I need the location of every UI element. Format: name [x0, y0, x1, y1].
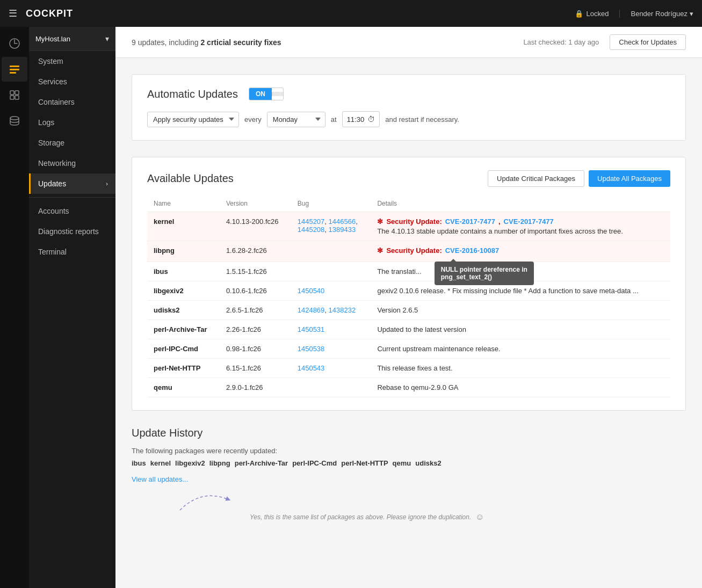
- history-pkg: libpng: [209, 459, 230, 467]
- pkg-version: 4.10.13-200.fc26: [220, 212, 291, 241]
- bug-link[interactable]: 1450538: [298, 345, 325, 353]
- sidebar-item-services[interactable]: Services: [29, 71, 115, 92]
- toggle-on-button[interactable]: ON: [249, 88, 272, 100]
- sidebar-item-terminal[interactable]: Terminal: [29, 242, 115, 262]
- history-packages: ibus kernel libgexiv2 libpng perl-Archiv…: [132, 459, 686, 467]
- toggle-off-button[interactable]: [272, 92, 283, 96]
- bug-link[interactable]: 1438232: [329, 306, 356, 314]
- sidebar-items-col: MyHost.lan ▾ System Services Containers …: [29, 27, 115, 588]
- available-updates-card: Available Updates Update Critical Packag…: [132, 157, 686, 411]
- sidebar-item-storage[interactable]: Storage: [29, 133, 115, 153]
- svg-rect-4: [10, 91, 14, 95]
- sidebar-item-updates[interactable]: Updates ›: [29, 173, 115, 194]
- sidebar-nav: System Services Containers Logs Storage: [29, 51, 115, 262]
- sidebar-chevron-icon: ›: [106, 180, 108, 187]
- pkg-bugs: 1424869, 1438232: [291, 301, 371, 320]
- updates-banner: 9 updates, including 2 crticial security…: [115, 27, 702, 58]
- bug-link[interactable]: 1445208: [298, 226, 325, 234]
- table-row: perl-Net-HTTP 6.15-1.fc26 1450543 This r…: [147, 359, 670, 378]
- app-title: COCKPIT: [26, 8, 73, 19]
- pkg-details: gexiv2 0.10.6 release. * Fix missing inc…: [371, 281, 670, 301]
- update-history-section: Update History The following packages we…: [132, 427, 686, 522]
- duplication-note-area: Yes, this is the same list of packages a…: [132, 494, 686, 522]
- auto-updates-config: Apply security updates Apply all updates…: [147, 111, 670, 127]
- bug-link[interactable]: 1389433: [329, 226, 356, 234]
- pkg-bugs: [291, 378, 371, 397]
- main-layout: MyHost.lan ▾ System Services Containers …: [0, 27, 702, 588]
- day-select[interactable]: Monday Tuesday Wednesday Thursday Friday…: [267, 112, 325, 127]
- pkg-details: The translati...: [371, 262, 670, 281]
- pkg-version: 1.5.15-1.fc26: [220, 262, 291, 281]
- svg-rect-7: [15, 96, 19, 99]
- at-label: at: [331, 115, 337, 124]
- sidebar-icon-containers[interactable]: [2, 83, 27, 107]
- update-all-button[interactable]: Update All Packages: [589, 170, 670, 187]
- pkg-bugs: [291, 241, 371, 262]
- automatic-updates-card: Automatic Updates ON Apply security upda…: [132, 74, 686, 141]
- check-updates-button[interactable]: Check for Updates: [610, 34, 686, 50]
- col-version: Version: [220, 195, 291, 212]
- cve-link[interactable]: CVE-2016-10087: [445, 246, 499, 255]
- history-title: Update History: [132, 427, 686, 439]
- history-pkg: kernel: [150, 459, 171, 467]
- sidebar-with-icons: MyHost.lan ▾ System Services Containers …: [0, 27, 115, 588]
- sidebar-icon-dashboard[interactable]: [2, 31, 27, 56]
- user-menu[interactable]: Bender Rodríguez ▾: [631, 10, 693, 18]
- available-updates-title: Available Updates: [147, 172, 234, 185]
- cve-link[interactable]: CVE-2017-7477: [504, 217, 554, 226]
- history-pkg: qemu: [393, 459, 411, 467]
- sidebar-item-accounts[interactable]: Accounts: [29, 201, 115, 221]
- sidebar-item-system[interactable]: System: [29, 51, 115, 71]
- update-critical-button[interactable]: Update Critical Packages: [488, 170, 584, 187]
- sidebar-item-containers[interactable]: Containers: [29, 92, 115, 112]
- table-row: perl-Archive-Tar 2.26-1.fc26 1450531 Upd…: [147, 320, 670, 339]
- duplication-note-text: Yes, this is the same list of packages a…: [250, 513, 471, 521]
- sidebar-item-networking[interactable]: Networking: [29, 153, 115, 173]
- banner-bold-text: 2 crticial security fixes: [200, 38, 281, 47]
- bug-link[interactable]: 1446566: [329, 217, 356, 226]
- table-row: libpng 1.6.28-2.fc26 ✻ Security Update: …: [147, 241, 670, 262]
- pkg-details: Updated to the latest version: [371, 320, 670, 339]
- time-field: 11:30 ⏱: [342, 111, 380, 127]
- svg-rect-1: [10, 66, 19, 67]
- sidebar-icon-updates[interactable]: [2, 57, 27, 82]
- pkg-version: 2.9.0-1.fc26: [220, 378, 291, 397]
- sidebar-icons-col: [0, 27, 29, 588]
- table-row: libgexiv2 0.10.6-1.fc26 1450540 gexiv2 0…: [147, 281, 670, 301]
- pkg-bugs: 1445207, 1446566, 1445208, 1389433: [291, 212, 371, 241]
- cve-link[interactable]: CVE-2017-7477: [445, 217, 495, 226]
- user-chevron-icon: ▾: [690, 10, 693, 18]
- security-label: ✻ Security Update: CVE-2017-7477,CVE-201…: [377, 217, 664, 226]
- sidebar-icon-storage[interactable]: [2, 108, 27, 133]
- security-icon: ✻: [377, 246, 383, 255]
- pkg-version: 0.98-1.fc26: [220, 339, 291, 359]
- bug-link[interactable]: 1450543: [298, 364, 325, 372]
- bug-link[interactable]: 1450540: [298, 287, 325, 295]
- pkg-bugs: 1450538: [291, 339, 371, 359]
- pkg-bugs: [291, 262, 371, 281]
- view-all-updates-link[interactable]: View all updates...: [132, 475, 188, 483]
- pkg-bugs: 1450531: [291, 320, 371, 339]
- pkg-detail-text: The 4.10.13 stable update contains a num…: [377, 227, 664, 235]
- history-pkg: ibus: [132, 459, 146, 467]
- sidebar-item-diagnostic-reports[interactable]: Diagnostic reports: [29, 221, 115, 242]
- update-type-select[interactable]: Apply security updates Apply all updates…: [147, 112, 239, 127]
- svg-rect-5: [15, 91, 19, 95]
- bug-link[interactable]: 1450531: [298, 325, 325, 333]
- pkg-bugs: 1450540: [291, 281, 371, 301]
- table-row: udisks2 2.6.5-1.fc26 1424869, 1438232 Ve…: [147, 301, 670, 320]
- toggle-group[interactable]: ON: [249, 88, 284, 100]
- sidebar-item-logs[interactable]: Logs: [29, 112, 115, 133]
- pkg-details: Current upstream maintenance release.: [371, 339, 670, 359]
- available-updates-header: Available Updates Update Critical Packag…: [147, 170, 670, 187]
- history-pkg: perl-Net-HTTP: [341, 459, 388, 467]
- security-label: ✻ Security Update: CVE-2016-10087 NULL p…: [377, 246, 664, 255]
- svg-rect-3: [10, 72, 16, 74]
- bug-link[interactable]: 1445207: [298, 217, 325, 226]
- security-icon: ✻: [377, 217, 383, 226]
- sidebar-host-row[interactable]: MyHost.lan ▾: [29, 27, 115, 51]
- pkg-name: qemu: [154, 383, 172, 391]
- menu-icon[interactable]: ☰: [9, 8, 17, 19]
- banner-text: 9 updates, including 2 crticial security…: [132, 38, 512, 47]
- bug-link[interactable]: 1424869: [298, 306, 325, 314]
